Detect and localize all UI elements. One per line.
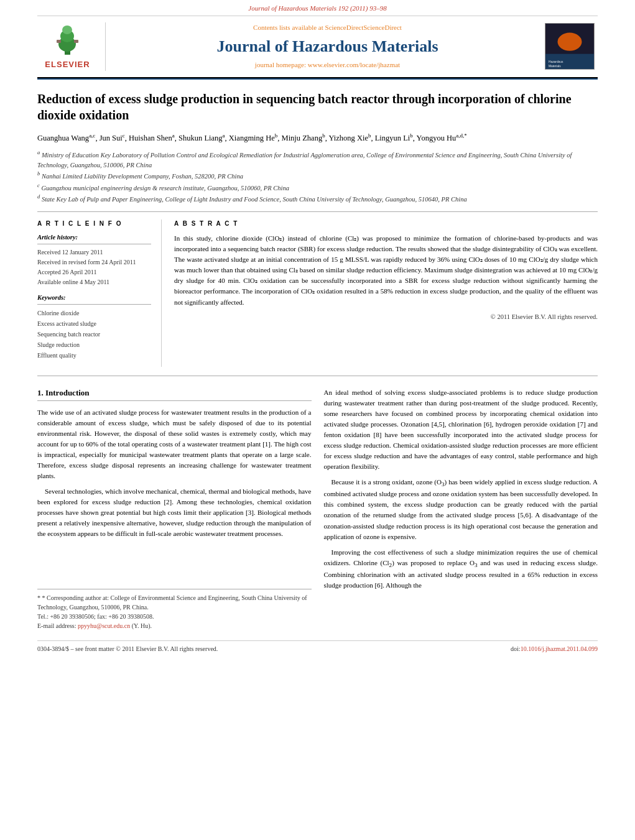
right-body-column: An ideal method of solving excess sludge… xyxy=(324,387,598,631)
received-date-2: Received in revised form 24 April 2011 xyxy=(37,257,151,267)
corresponding-author-footnote: * * Corresponding author at: College of … xyxy=(37,593,312,612)
affiliations: a Ministry of Education Key Laboratory o… xyxy=(37,149,598,204)
left-body-column: 1. Introduction The wide use of an activ… xyxy=(37,387,312,631)
journal-homepage: journal homepage: www.elsevier.com/locat… xyxy=(113,60,542,70)
accepted-date: Accepted 26 April 2011 xyxy=(37,267,151,277)
right-para-1: An ideal method of solving excess sludge… xyxy=(324,387,598,472)
available-online-date: Available online 4 May 2011 xyxy=(37,277,151,287)
introduction-heading: 1. Introduction xyxy=(37,387,312,401)
keyword-3: Sequencing batch reactor xyxy=(37,329,151,339)
intro-para-2: Several technologies, which involve mech… xyxy=(37,486,312,539)
journal-reference: Journal of Hazardous Materials 192 (2011… xyxy=(37,0,598,16)
keyword-5: Effluent quality xyxy=(37,350,151,361)
article-content: Reduction of excess sludge production in… xyxy=(37,80,598,654)
abstract-text: In this study, chlorine dioxide (ClO₂) i… xyxy=(174,233,598,307)
svg-text:Materials: Materials xyxy=(549,65,561,68)
svg-text:Hazardous: Hazardous xyxy=(549,61,563,64)
svg-point-7 xyxy=(558,33,582,51)
abstract-column: A B S T R A C T In this study, chlorine … xyxy=(174,219,598,366)
elsevier-text: ELSEVIER xyxy=(45,59,90,70)
elsevier-logo: ELSEVIER xyxy=(37,22,106,70)
keywords-list: Chlorine dioxide Excess activated sludge… xyxy=(37,308,151,361)
journal-cover-image: Hazardous Materials xyxy=(542,22,598,70)
body-columns: 1. Introduction The wide use of an activ… xyxy=(37,387,598,631)
article-info-abstract-block: A R T I C L E I N F O Article history: R… xyxy=(37,219,598,366)
article-title: Reduction of excess sludge production in… xyxy=(37,91,598,123)
journal-main-title: Journal of Hazardous Materials xyxy=(113,35,542,58)
right-para-2: Because it is a strong oxidant, ozone (O… xyxy=(324,477,598,542)
issn-text: 0304-3894/$ – see front matter © 2011 El… xyxy=(37,645,218,653)
received-date-1: Received 12 January 2011 xyxy=(37,247,151,257)
abstract-header: A B S T R A C T xyxy=(174,219,598,228)
affiliation-d: d State Key Lab of Pulp and Paper Engine… xyxy=(37,193,598,204)
keyword-1: Chlorine dioxide xyxy=(37,308,151,318)
doi-text: doi:10.1016/j.jhazmat.2011.04.099 xyxy=(511,645,598,653)
science-direct-line: Contents lists available at ScienceDirec… xyxy=(113,23,542,32)
svg-point-3 xyxy=(62,25,72,34)
homepage-link[interactable]: www.elsevier.com/locate/jhazmat xyxy=(308,61,400,68)
authors-line: Guanghua Wanga,c, Jun Suic, Huishan Shen… xyxy=(37,132,598,144)
bottom-bar: 0304-3894/$ – see front matter © 2011 El… xyxy=(37,640,598,653)
keyword-2: Excess activated sludge xyxy=(37,318,151,329)
keywords-label: Keywords: xyxy=(37,293,151,305)
article-info-column: A R T I C L E I N F O Article history: R… xyxy=(37,219,162,366)
journal-header: ELSEVIER Contents lists available at Sci… xyxy=(37,16,598,78)
email-footnote: E-mail address: ppyyhu@scut.edu.cn (Y. H… xyxy=(37,621,312,630)
svg-rect-5 xyxy=(74,40,78,43)
history-label: Article history: xyxy=(37,233,151,244)
article-history-group: Article history: Received 12 January 201… xyxy=(37,233,151,287)
corresponding-star: * xyxy=(37,594,40,601)
article-info-header: A R T I C L E I N F O xyxy=(37,219,151,228)
affiliation-b: b Nanhai Limited Liability Development C… xyxy=(37,170,598,181)
cover-image-icon: Hazardous Materials xyxy=(545,24,594,69)
tel-footnote: Tel.: +86 20 39380506; fax: +86 20 39380… xyxy=(37,612,312,621)
elsevier-tree-icon xyxy=(47,22,88,57)
footnote-spacer: * * Corresponding author at: College of … xyxy=(37,589,312,630)
right-para-3: Improving the cost effectiveness of such… xyxy=(324,547,598,591)
keywords-group: Keywords: Chlorine dioxide Excess activa… xyxy=(37,293,151,361)
keyword-4: Sludge reduction xyxy=(37,339,151,350)
copyright-line: © 2011 Elsevier B.V. All rights reserved… xyxy=(174,313,598,322)
sciencedirect-link[interactable]: ScienceDirect xyxy=(363,24,402,31)
affiliation-a: a Ministry of Education Key Laboratory o… xyxy=(37,149,598,170)
affiliation-c: c Guangzhou municipal engineering design… xyxy=(37,182,598,193)
svg-rect-4 xyxy=(57,40,61,43)
journal-title-block: Contents lists available at ScienceDirec… xyxy=(113,22,542,70)
cover-thumbnail: Hazardous Materials xyxy=(545,23,595,70)
intro-para-1: The wide use of an activated sludge proc… xyxy=(37,407,312,481)
